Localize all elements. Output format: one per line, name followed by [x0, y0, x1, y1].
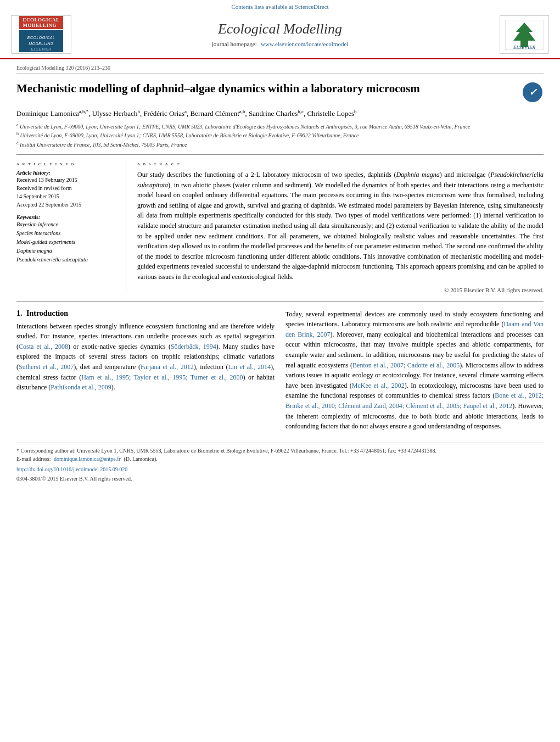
elsevier-right-logo: ELSEVIER — [489, 15, 549, 54]
obtained-text: obtained — [334, 232, 356, 240]
svg-text:ELSEViER: ELSEViER — [31, 47, 52, 51]
article-info-col: a r t i c l e i n f o Article history: R… — [16, 160, 126, 293]
ref-daam[interactable]: Daam and Van den Brink, 2007 — [285, 320, 544, 338]
affiliations: a Université de Lyon, F-69000, Lyon; Uni… — [16, 122, 544, 149]
ref-lin[interactable]: Lin et al., 2014 — [228, 363, 271, 371]
abstract-col: a b s t r a c t Our study describes the … — [137, 160, 544, 293]
received-date: Received 13 February 2015 — [16, 176, 119, 184]
ref-benton[interactable]: Benton et al., 2007; Cadotte et al., 200… — [352, 361, 460, 369]
footnote-star: * Corresponding author at: Université Ly… — [16, 447, 544, 455]
abstract-header: a b s t r a c t — [137, 160, 544, 166]
email-line: E-mail address: dominique.lamonica@entpe… — [16, 455, 544, 463]
article-info-header: a r t i c l e i n f o — [16, 160, 119, 166]
section1-heading: 1. Introduction — [16, 309, 275, 318]
accepted-date: Accepted 22 September 2015 — [16, 200, 119, 209]
ref-ham[interactable]: Ham et al., 1995; Taylor et al., 1995; T… — [81, 373, 243, 381]
homepage-url[interactable]: www.elsevier.com/locate/ecolmodel — [261, 41, 348, 47]
keyword-1: Bayesian inference — [16, 220, 119, 229]
doi-text[interactable]: http://dx.doi.org/10.1016/j.ecolmodel.20… — [16, 466, 127, 472]
issn-text: 0304-3800/© 2015 Elsevier B.V. All right… — [16, 476, 132, 482]
section1-right-text: Today, several experimental devices are … — [285, 309, 544, 432]
body-right-col: Today, several experimental devices are … — [285, 309, 544, 432]
keywords-label: Keywords: — [16, 214, 119, 220]
article-container: Ecological Modelling 320 (2016) 213–230 … — [0, 59, 560, 494]
email-who: (D. Lamonica). — [124, 456, 157, 462]
ref-costa[interactable]: Costa et al., 2008 — [19, 343, 68, 350]
citation-line: Ecological Modelling 320 (2016) 213–230 — [16, 65, 544, 74]
abstract-text: Our study describes the functioning of a… — [137, 170, 544, 282]
ref-farjana[interactable]: Farjana et al., 2012 — [141, 363, 194, 371]
authors-line: Dominique Lamonicaa,b,*, Ulysse Herbachb… — [16, 108, 544, 120]
received-revised-label: Received in revised form — [16, 184, 119, 192]
contents-bar: Contents lists available at ScienceDirec… — [0, 0, 560, 11]
history-label: Article history: — [16, 170, 119, 176]
svg-text:MODELLING: MODELLING — [29, 42, 54, 46]
doi-line[interactable]: http://dx.doi.org/10.1016/j.ecolmodel.20… — [16, 465, 544, 473]
email-label: E-mail address: — [16, 456, 51, 462]
contents-text: Contents lists available at — [231, 3, 293, 10]
footnote-star-text: * Corresponding author at: Université Ly… — [16, 448, 436, 454]
svg-text:ECOLOGICAL: ECOLOGICAL — [27, 36, 55, 40]
elsevier-tag: ECOLOGICALMODELLING — [19, 16, 63, 29]
sciencedirect-link[interactable]: ScienceDirect — [295, 3, 329, 10]
keywords-section: Keywords: Bayesian inference Species int… — [16, 214, 119, 264]
ref-pathikonda[interactable]: Pathikonda et al., 2009 — [51, 383, 111, 391]
journal-header: ECOLOGICALMODELLING ECOLOGICAL MODELLING… — [0, 11, 560, 59]
ref-soderbak[interactable]: Söderbäck, 1994 — [171, 343, 216, 350]
elsevier-logo-box: ELSEVIER — [500, 15, 549, 54]
section1-title: Introduction — [26, 309, 68, 317]
copyright-line: © 2015 Elsevier B.V. All rights reserved… — [137, 287, 544, 293]
body-left-col: 1. Introduction Interactions between spe… — [16, 309, 275, 432]
article-history: Article history: Received 13 February 20… — [16, 170, 119, 209]
journal-title: Ecological Modelling — [71, 21, 489, 37]
crossmark-icon: ✓ — [523, 82, 542, 102]
ref-bone[interactable]: Bone et al., 2012; Brinke et al., 2010; … — [285, 392, 544, 410]
article-title: Mechanistic modelling of daphnid–algae d… — [16, 81, 516, 96]
issn-line: 0304-3800/© 2015 Elsevier B.V. All right… — [16, 475, 544, 483]
keyword-4: Daphnia magna — [16, 247, 119, 255]
keyword-5: Pseudokirchneriella subcapitata — [16, 255, 119, 264]
received-revised-date: 14 September 2015 — [16, 192, 119, 200]
section1-num: 1. — [16, 309, 23, 317]
email-link[interactable]: dominique.lamonica@entpe.fr — [54, 456, 121, 462]
keyword-2: Species interactions — [16, 229, 119, 238]
section-divider — [16, 301, 544, 302]
section1-left-text: Interactions between species strongly in… — [16, 321, 275, 393]
journal-title-area: Ecological Modelling journal homepage: w… — [71, 21, 489, 48]
elsevier-brand-left: ECOLOGICAL MODELLING ELSEViER — [19, 30, 63, 53]
svg-text:ELSEVIER: ELSEVIER — [513, 44, 535, 50]
info-abstract-section: a r t i c l e i n f o Article history: R… — [16, 154, 544, 293]
article-title-section: Mechanistic modelling of daphnid–algae d… — [16, 81, 544, 103]
citation-text: Ecological Modelling 320 (2016) 213–230 — [16, 65, 110, 71]
crossmark-badge: ✓ — [522, 81, 544, 103]
ref-mckee[interactable]: McKee et al., 2002 — [352, 382, 405, 389]
homepage-prefix: journal homepage: — [212, 41, 257, 47]
footnote-area: * Corresponding author at: Université Ly… — [16, 443, 544, 483]
ref-sutherst[interactable]: Sutherst et al., 2007 — [19, 363, 74, 371]
keyword-3: Model-guided experiments — [16, 238, 119, 247]
body-section: 1. Introduction Interactions between spe… — [16, 309, 544, 432]
elsevier-left-logo: ECOLOGICALMODELLING ECOLOGICAL MODELLING… — [11, 15, 71, 54]
journal-homepage-line: journal homepage: www.elsevier.com/locat… — [71, 40, 489, 48]
